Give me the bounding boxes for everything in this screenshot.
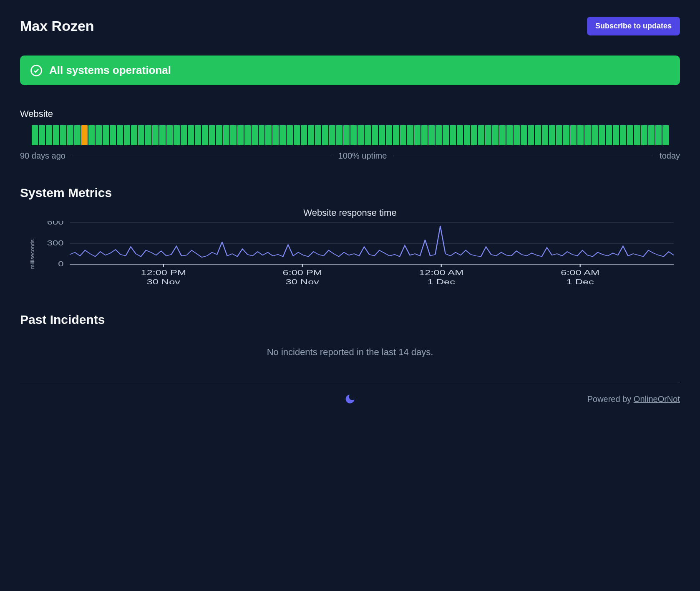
uptime-bar[interactable] — [606, 125, 612, 145]
subscribe-button[interactable]: Subscribe to updates — [587, 17, 680, 35]
uptime-bar[interactable] — [471, 125, 477, 145]
uptime-bar[interactable] — [464, 125, 470, 145]
uptime-bar[interactable] — [124, 125, 130, 145]
uptime-bar[interactable] — [74, 125, 81, 145]
uptime-bar[interactable] — [620, 125, 626, 145]
uptime-bar[interactable] — [272, 125, 279, 145]
uptime-section: Website 90 days ago 100% uptime today — [20, 109, 680, 161]
uptime-bar[interactable] — [514, 125, 520, 145]
uptime-bar[interactable] — [428, 125, 435, 145]
uptime-bar[interactable] — [457, 125, 463, 145]
uptime-bar[interactable] — [322, 125, 328, 145]
uptime-bar[interactable] — [556, 125, 562, 145]
uptime-bar[interactable] — [216, 125, 222, 145]
uptime-bar[interactable] — [308, 125, 314, 145]
uptime-bar[interactable] — [662, 125, 669, 145]
uptime-bar[interactable] — [259, 125, 265, 145]
uptime-bar[interactable] — [145, 125, 151, 145]
uptime-bar[interactable] — [535, 125, 541, 145]
status-banner: All systems operational — [20, 56, 680, 85]
uptime-bar[interactable] — [478, 125, 484, 145]
uptime-bar[interactable] — [655, 125, 662, 145]
uptime-bar[interactable] — [627, 125, 633, 145]
uptime-bar[interactable] — [96, 125, 102, 145]
uptime-bar[interactable] — [584, 125, 591, 145]
uptime-bar[interactable] — [407, 125, 413, 145]
uptime-bar[interactable] — [358, 125, 364, 145]
uptime-bar[interactable] — [32, 125, 38, 145]
uptime-bar[interactable] — [386, 125, 392, 145]
uptime-bar[interactable] — [393, 125, 399, 145]
uptime-bar[interactable] — [301, 125, 307, 145]
uptime-bar[interactable] — [103, 125, 109, 145]
uptime-bar[interactable] — [343, 125, 350, 145]
uptime-bar[interactable] — [443, 125, 449, 145]
uptime-bar[interactable] — [46, 125, 52, 145]
uptime-bar[interactable] — [485, 125, 491, 145]
uptime-bar[interactable] — [315, 125, 321, 145]
uptime-bar[interactable] — [152, 125, 159, 145]
uptime-bar[interactable] — [294, 125, 300, 145]
uptime-bar[interactable] — [53, 125, 59, 145]
uptime-bar[interactable] — [436, 125, 442, 145]
uptime-bar[interactable] — [117, 125, 123, 145]
svg-text:30 Nov: 30 Nov — [286, 278, 320, 286]
svg-text:0: 0 — [58, 260, 63, 268]
uptime-bar[interactable] — [414, 125, 421, 145]
uptime-bar[interactable] — [131, 125, 137, 145]
uptime-bar[interactable] — [174, 125, 180, 145]
uptime-bar[interactable] — [492, 125, 499, 145]
uptime-bar[interactable] — [138, 125, 144, 145]
uptime-bar[interactable] — [577, 125, 584, 145]
uptime-bar[interactable] — [237, 125, 244, 145]
uptime-bar[interactable] — [202, 125, 208, 145]
uptime-bar[interactable] — [252, 125, 258, 145]
uptime-bar[interactable] — [599, 125, 605, 145]
uptime-bar[interactable] — [209, 125, 215, 145]
uptime-bar[interactable] — [329, 125, 335, 145]
uptime-bar[interactable] — [195, 125, 201, 145]
uptime-bar[interactable] — [549, 125, 555, 145]
uptime-bar[interactable] — [60, 125, 66, 145]
uptime-bar[interactable] — [613, 125, 619, 145]
uptime-center-label: 100% uptime — [338, 151, 387, 161]
uptime-bar[interactable] — [379, 125, 385, 145]
powered-link[interactable]: OnlineOrNot — [634, 394, 680, 404]
uptime-bar[interactable] — [634, 125, 640, 145]
uptime-bar[interactable] — [279, 125, 286, 145]
uptime-bar[interactable] — [450, 125, 456, 145]
uptime-bar[interactable] — [67, 125, 73, 145]
uptime-bar[interactable] — [110, 125, 116, 145]
uptime-bar[interactable] — [499, 125, 506, 145]
uptime-bar[interactable] — [528, 125, 534, 145]
uptime-bar[interactable] — [542, 125, 548, 145]
uptime-bar[interactable] — [88, 125, 95, 145]
uptime-bar[interactable] — [506, 125, 513, 145]
uptime-bar[interactable] — [365, 125, 371, 145]
uptime-bar[interactable] — [181, 125, 187, 145]
no-incidents-text: No incidents reported in the last 14 day… — [20, 334, 680, 374]
uptime-bar[interactable] — [592, 125, 598, 145]
uptime-bar[interactable] — [287, 125, 293, 145]
uptime-bar[interactable] — [421, 125, 428, 145]
uptime-bar[interactable] — [563, 125, 569, 145]
uptime-bar[interactable] — [230, 125, 237, 145]
uptime-bar[interactable] — [244, 125, 251, 145]
uptime-bar[interactable] — [648, 125, 655, 145]
svg-text:6:00 PM: 6:00 PM — [283, 268, 322, 277]
uptime-bar[interactable] — [223, 125, 229, 145]
uptime-bar[interactable] — [159, 125, 166, 145]
uptime-bar[interactable] — [350, 125, 357, 145]
uptime-bar[interactable] — [570, 125, 577, 145]
uptime-bar[interactable] — [372, 125, 378, 145]
uptime-bar[interactable] — [81, 125, 88, 145]
uptime-bar[interactable] — [265, 125, 272, 145]
uptime-bar[interactable] — [400, 125, 406, 145]
uptime-bar[interactable] — [166, 125, 173, 145]
uptime-bar[interactable] — [336, 125, 342, 145]
uptime-bar[interactable] — [188, 125, 194, 145]
uptime-bar[interactable] — [641, 125, 647, 145]
uptime-bar[interactable] — [39, 125, 45, 145]
moon-icon[interactable] — [344, 393, 356, 405]
uptime-bar[interactable] — [521, 125, 527, 145]
